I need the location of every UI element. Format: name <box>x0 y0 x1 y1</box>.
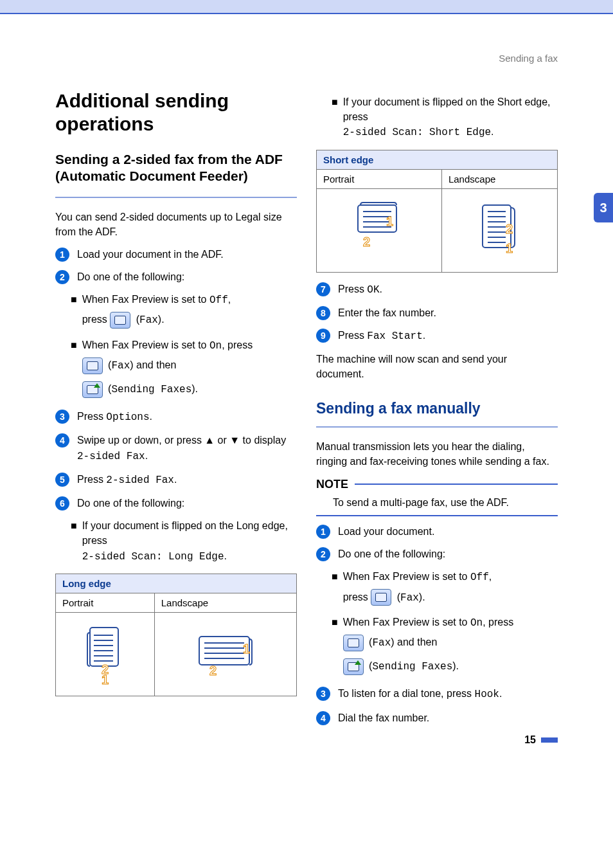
section1-rule <box>55 197 297 198</box>
step4-mono: 2-sided Fax <box>77 451 145 462</box>
right-column: ■ If your document is flipped on the Sho… <box>316 89 558 733</box>
step-badge-1: 1 <box>55 248 69 262</box>
sec2-step-3: 3 To listen for a dial tone, press Hook. <box>316 686 558 702</box>
step6-bullet-b: ■ If your document is flipped on the Sho… <box>332 95 558 141</box>
fax-icon <box>82 357 103 374</box>
note-rule-top <box>355 484 558 485</box>
s2a-pre: When Fax Preview is set to <box>82 294 209 305</box>
long-edge-table: Long edge Portrait Landscape <box>55 574 297 696</box>
step-badge-1: 1 <box>316 525 330 539</box>
sec2-s2b-and: and then <box>395 637 438 647</box>
page-number-row: 15 <box>524 734 558 746</box>
svg-text:2: 2 <box>363 235 370 249</box>
step4-mid: or <box>215 435 229 446</box>
section2-title: Sending a fax manually <box>316 400 558 417</box>
step-badge-2: 2 <box>55 270 69 284</box>
step-badge-6: 6 <box>55 496 69 511</box>
square-bullet-icon: ■ <box>71 338 77 402</box>
step-badge-2: 2 <box>316 547 330 561</box>
note-rule-bottom <box>316 515 558 516</box>
step-6: 6 Do one of the following: <box>55 496 297 511</box>
short-edge-caption: Short edge <box>317 150 558 169</box>
step-6-text: Do one of the following: <box>77 496 297 511</box>
svg-text:1: 1 <box>243 642 250 656</box>
s2a-post: , <box>228 294 231 305</box>
section1-title: Sending a 2-sided fax from the ADF (Auto… <box>55 151 297 185</box>
sec2-s2a-pre: When Fax Preview is set to <box>343 571 470 582</box>
square-bullet-icon: ■ <box>332 95 338 141</box>
step7-pre: Press <box>338 284 367 294</box>
s6a-text: If your document is flipped on the Long … <box>82 520 288 546</box>
down-arrow-icon: ▼ <box>229 435 240 446</box>
sec2-s2a-press: press <box>343 592 371 602</box>
step9-pre: Press <box>338 330 367 341</box>
step-3: 3 Press Options. <box>55 409 297 425</box>
sec2-s2a-post: , <box>489 571 492 582</box>
s2b-fax: Fax <box>111 360 130 372</box>
s2b-and: and then <box>134 359 177 370</box>
sec2-step4-text: Dial the fax number. <box>338 710 558 725</box>
page-number: 15 <box>524 734 536 746</box>
step-8: 8 Enter the fax number. <box>316 305 558 320</box>
sending-faxes-icon <box>343 658 364 675</box>
short-edge-portrait-diagram: 1 2 <box>317 188 442 272</box>
sending-faxes-icon <box>82 381 103 398</box>
svg-rect-9 <box>199 637 249 665</box>
sec2-step-1: 1 Load your document. <box>316 524 558 539</box>
sec2-step-2: 2 Do one of the following: <box>316 547 558 561</box>
step-2: 2 Do one of the following: <box>55 269 297 284</box>
step4-b: to display <box>240 435 286 446</box>
step-badge-5: 5 <box>55 473 69 487</box>
page-body: Sending a fax Additional sending operati… <box>0 14 613 765</box>
sec2-step-4: 4 Dial the fax number. <box>316 710 558 725</box>
sec2-step1-text: Load your document. <box>338 524 558 539</box>
sec2-s2b-fax: Fax <box>372 637 391 649</box>
sec2-s2b-send: Sending Faxes <box>372 661 452 673</box>
short-edge-landscape-diagram: 2 1 <box>441 188 557 272</box>
sec2-step3-pre: To listen for a dial tone, press <box>338 688 475 699</box>
page-title: Additional sending operations <box>55 89 297 136</box>
s6b-mono: 2-sided Scan: Short Edge <box>343 127 491 138</box>
step-badge-9: 9 <box>316 329 330 343</box>
step-8-text: Enter the fax number. <box>338 305 558 320</box>
step-5: 5 Press 2-sided Fax. <box>55 472 297 488</box>
s2b-post: , press <box>222 339 253 350</box>
sec2-s2b-pre: When Fax Preview is set to <box>343 617 470 628</box>
sec2-step3-mono: Hook <box>475 689 499 700</box>
step3-pre: Press <box>77 411 106 422</box>
short-edge-table: Short edge Portrait Landscape <box>316 150 558 273</box>
step-badge-7: 7 <box>316 282 330 296</box>
step2-bullet-b: ■ When Fax Preview is set to On, press (… <box>71 338 297 402</box>
s2a-fax: Fax <box>139 314 158 326</box>
note-body: To send a multi-page fax, use the ADF. <box>333 495 558 510</box>
s6a-mono: 2-sided Scan: Long Edge <box>82 551 224 563</box>
s2a-press: press <box>82 314 111 325</box>
square-bullet-icon: ■ <box>71 518 77 565</box>
svg-text:1: 1 <box>102 673 109 685</box>
step-1-text: Load your document in the ADF. <box>77 247 297 262</box>
long-edge-portrait-diagram: 2 1 <box>56 612 155 696</box>
step4-a: Swipe up or down, or press <box>77 435 204 446</box>
step-4: 4 Swipe up or down, or press ▲ or ▼ to d… <box>55 433 297 464</box>
step-badge-4: 4 <box>316 711 330 725</box>
step-2-text: Do one of the following: <box>77 269 297 284</box>
s6b-text: If your document is flipped on the Short… <box>343 96 551 122</box>
sec2-step2-bullet-b: ■ When Fax Preview is set to On, press (… <box>332 615 558 679</box>
svg-text:2: 2 <box>506 222 513 236</box>
step-badge-3: 3 <box>316 687 330 701</box>
s2b-pre: When Fax Preview is set to <box>82 339 209 350</box>
long-edge-col2: Landscape <box>154 593 296 612</box>
step7-mono: OK <box>367 284 379 296</box>
step5-mono: 2-sided Fax <box>106 475 174 486</box>
step-badge-4: 4 <box>55 433 69 448</box>
svg-text:1: 1 <box>506 241 513 255</box>
page-number-bar <box>541 737 558 743</box>
step-badge-8: 8 <box>316 306 330 320</box>
step6-bullet-a: ■ If your document is flipped on the Lon… <box>71 518 297 565</box>
section2-intro: Manual transmission lets you hear the di… <box>316 439 558 469</box>
fax-icon <box>343 635 364 651</box>
left-column: Additional sending operations Sending a … <box>55 89 297 733</box>
long-edge-caption: Long edge <box>56 574 297 593</box>
step-7: 7 Press OK. <box>316 282 558 298</box>
section1-outro: The machine will now scan and send your … <box>316 352 558 381</box>
